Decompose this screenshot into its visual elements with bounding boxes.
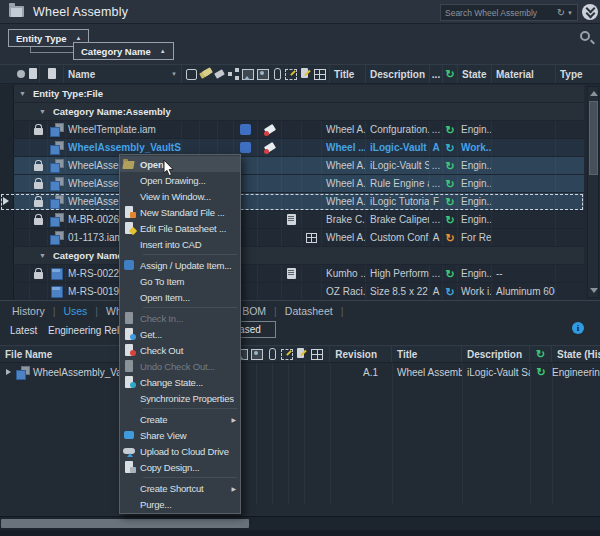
column-icon[interactable] bbox=[228, 68, 240, 80]
icon-columns[interactable] bbox=[230, 346, 330, 362]
menu-item-icon bbox=[123, 206, 136, 218]
column-icon[interactable] bbox=[281, 348, 293, 360]
menu-item[interactable]: Purge... bbox=[120, 496, 240, 512]
version-filter-latest[interactable]: Latest bbox=[10, 325, 37, 336]
menu-item[interactable]: Copy Design... bbox=[120, 459, 240, 475]
menu-item-label: Check In... bbox=[140, 313, 183, 324]
column-icon[interactable] bbox=[185, 68, 197, 80]
menu-item[interactable]: Assign / Update Item... bbox=[120, 257, 240, 273]
group-row-category-assembly[interactable]: ▼ Category Name:Assembly bbox=[0, 103, 584, 121]
table-row[interactable]: WheelAssembly_VaultSearch... Wheel ... i… bbox=[0, 139, 584, 157]
column-header-description[interactable]: Description bbox=[366, 65, 430, 83]
column-header-material[interactable]: Material bbox=[492, 65, 556, 83]
details-tab[interactable]: History bbox=[10, 305, 47, 317]
column-header-description[interactable]: Description bbox=[462, 346, 530, 362]
column-header-dots[interactable]: ... bbox=[430, 65, 443, 83]
vertical-scrollbar[interactable] bbox=[587, 86, 599, 298]
sort-asc-icon[interactable]: ▲ bbox=[160, 48, 166, 54]
menu-item[interactable]: Check In... bbox=[120, 310, 240, 326]
column-icon[interactable] bbox=[314, 68, 326, 80]
column-icon[interactable] bbox=[311, 348, 323, 360]
column-icon[interactable] bbox=[285, 68, 297, 80]
column-header-type[interactable]: Type bbox=[556, 65, 600, 83]
menu-item-label: Share View bbox=[140, 430, 186, 441]
column-icon[interactable] bbox=[199, 68, 211, 80]
column-icon[interactable] bbox=[266, 348, 278, 360]
icon-columns[interactable] bbox=[182, 65, 330, 83]
menu-item[interactable]: Insert into CAD bbox=[120, 236, 240, 252]
vault-badge-icon[interactable] bbox=[582, 4, 598, 20]
menu-item-icon bbox=[123, 259, 136, 271]
menu-item[interactable]: New Standard File ... bbox=[120, 204, 240, 220]
menu-item-label: Copy Design... bbox=[140, 462, 200, 473]
column-icon[interactable] bbox=[242, 68, 254, 80]
collapse-triangle-icon[interactable]: ▼ bbox=[19, 90, 26, 97]
menu-item[interactable]: Share View bbox=[120, 427, 240, 443]
column-header-revision[interactable]: Revision bbox=[330, 346, 392, 362]
menu-item[interactable]: Synchronize Properties bbox=[120, 390, 240, 406]
state-icon: ↻ bbox=[536, 366, 545, 378]
table-row[interactable]: M-RS-0019-A O... OZ Raci... Size 8.5 x 2… bbox=[0, 283, 584, 301]
column-header-title[interactable]: Title bbox=[392, 346, 462, 362]
column-icon[interactable] bbox=[257, 68, 269, 80]
menu-item[interactable]: Check Out bbox=[120, 342, 240, 358]
search-input[interactable]: Search Wheel Assembly ↻ ▼ bbox=[440, 4, 578, 21]
search-scope-icon[interactable]: ↻ bbox=[557, 7, 565, 18]
column-header-name[interactable]: Name ▼ bbox=[64, 65, 182, 83]
details-tab[interactable]: Datasheet bbox=[283, 305, 335, 317]
page-title: Wheel Assembly bbox=[33, 5, 128, 19]
menu-item[interactable]: Upload to Cloud Drive bbox=[120, 443, 240, 459]
column-icon[interactable] bbox=[27, 68, 39, 80]
state-refresh-icon[interactable]: ↻ bbox=[445, 68, 454, 80]
info-icon[interactable]: i bbox=[572, 322, 584, 334]
sort-asc-icon[interactable]: ▲ bbox=[76, 35, 82, 41]
search-caret-icon[interactable]: ▼ bbox=[567, 10, 573, 16]
group-row-entity-type[interactable]: ▼ Entity Type:File bbox=[0, 85, 584, 103]
table-row[interactable]: WheelAssembl... Wheel A... iLogic-Vault … bbox=[0, 157, 584, 175]
menu-item[interactable]: Get... bbox=[120, 326, 240, 342]
menu-item[interactable]: Open bbox=[120, 156, 240, 172]
menu-item[interactable]: Go To Item bbox=[120, 273, 240, 289]
file-icon[interactable] bbox=[46, 68, 58, 80]
table-row[interactable]: 01-1173.iam Wheel A... Custom Conf... A … bbox=[0, 229, 584, 247]
horizontal-scrollbar[interactable] bbox=[0, 516, 600, 530]
column-header-state[interactable]: State bbox=[458, 65, 492, 83]
scrollbar-thumb[interactable] bbox=[1, 519, 249, 528]
group-row-category-part[interactable]: ▼ Category Name:Part bbox=[0, 247, 584, 265]
column-icon[interactable] bbox=[214, 68, 226, 80]
menu-item[interactable]: Create ▶ bbox=[120, 411, 240, 427]
revision-cell: A bbox=[430, 283, 443, 300]
menu-item[interactable]: View in Window... bbox=[120, 188, 240, 204]
menu-item[interactable]: Change State... bbox=[120, 374, 240, 390]
column-header-state-history[interactable]: State (History) bbox=[552, 346, 600, 362]
table-row[interactable]: M-RS-0022-A K... Kumho ... High Perform.… bbox=[0, 265, 584, 283]
magnifier-icon[interactable] bbox=[580, 31, 590, 41]
table-row[interactable]: WheelAssembl... Wheel A... iLogic Tutori… bbox=[0, 193, 584, 211]
column-icon[interactable] bbox=[271, 68, 283, 80]
menu-item[interactable]: Edit File Datasheet ... bbox=[120, 220, 240, 236]
column-icon[interactable] bbox=[300, 68, 312, 80]
menu-item[interactable]: Open Item... bbox=[120, 289, 240, 305]
table-row[interactable]: WheelAssembl... Wheel A... Rule Engine a… bbox=[0, 175, 584, 193]
state-refresh-icon[interactable]: ↻ bbox=[536, 348, 545, 360]
details-row[interactable]: WheelAssembly_VaultSearch... A.1 Wheel A… bbox=[0, 363, 600, 381]
group-chip-category-name[interactable]: Category Name ▲ bbox=[73, 42, 174, 60]
column-icon[interactable] bbox=[251, 348, 263, 360]
collapse-triangle-icon[interactable]: ▼ bbox=[39, 108, 46, 115]
menu-item[interactable]: Create Shortcut ▶ bbox=[120, 480, 240, 496]
menu-item[interactable]: Undo Check Out... bbox=[120, 358, 240, 374]
scroll-up-icon[interactable] bbox=[590, 91, 598, 96]
table-row[interactable]: WheelTemplate.iam Wheel A... Confguratio… bbox=[0, 121, 584, 139]
expand-arrow-icon[interactable] bbox=[6, 369, 11, 375]
filter-caret-icon[interactable]: ▼ bbox=[171, 71, 177, 77]
table-row[interactable]: M-BR-0026-A B... Brake C... Brake Calipe… bbox=[0, 211, 584, 229]
column-icon[interactable] bbox=[296, 348, 308, 360]
collapse-triangle-icon[interactable]: ▼ bbox=[39, 252, 46, 259]
menu-item-label: Go To Item bbox=[140, 276, 184, 287]
scrollbar-thumb[interactable] bbox=[589, 101, 598, 175]
column-header-title[interactable]: Title bbox=[330, 65, 366, 83]
menu-item[interactable]: Open Drawing... bbox=[120, 172, 240, 188]
column-icon[interactable] bbox=[15, 68, 27, 80]
details-tab[interactable]: Uses bbox=[61, 305, 89, 317]
scroll-down-icon[interactable] bbox=[590, 288, 598, 293]
